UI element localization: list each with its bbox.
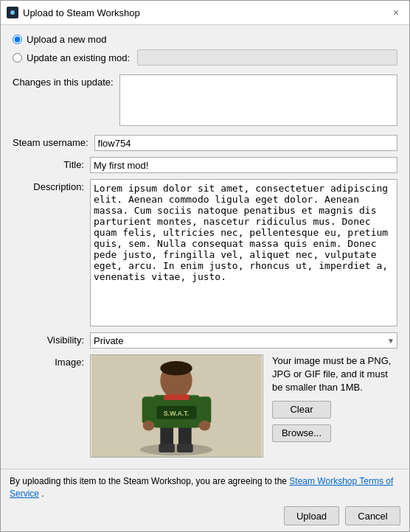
image-preview: S.W.A.T.: [90, 354, 263, 458]
changes-textarea[interactable]: [119, 74, 397, 126]
image-section: S.W.A.T.: [90, 354, 397, 458]
svg-point-3: [140, 444, 213, 455]
visibility-row: Visibility: Private Public Friends Only …: [13, 332, 397, 349]
footer-buttons: Upload Cancel: [10, 506, 400, 525]
footer-text: By uploading this item to the Steam Work…: [10, 475, 400, 500]
svg-rect-11: [142, 396, 156, 424]
svg-text:S.W.A.T.: S.W.A.T.: [164, 410, 189, 417]
svg-point-14: [199, 421, 211, 431]
new-mod-row: Upload a new mod: [13, 34, 397, 45]
preview-image: S.W.A.T.: [91, 355, 263, 457]
changes-row: Changes in this update:: [13, 74, 397, 126]
footer-suffix: .: [41, 489, 44, 499]
title-row: Title:: [13, 157, 397, 173]
svg-point-17: [160, 361, 192, 376]
image-label: Image:: [13, 354, 90, 368]
description-textarea[interactable]: Lorem ipsum dolor sit amet, consectetuer…: [90, 179, 397, 326]
existing-mod-label: Update an existing mod:: [27, 52, 130, 63]
footer: By uploading this item to the Steam Work…: [1, 469, 409, 531]
titlebar: Upload to Steam Workshop ×: [1, 1, 409, 25]
visibility-label: Visibility:: [13, 332, 90, 346]
svg-rect-18: [164, 394, 190, 400]
image-row: Image:: [13, 354, 397, 458]
existing-mod-row: Update an existing mod:: [13, 49, 397, 66]
svg-text:///: ///: [145, 415, 149, 419]
steam-icon: [7, 7, 18, 18]
new-mod-label: Upload a new mod: [27, 34, 106, 45]
footer-agreement-text: By uploading this item to the Steam Work…: [10, 476, 287, 486]
title-input[interactable]: [90, 157, 397, 173]
upload-dialog: Upload to Steam Workshop × Upload a new …: [0, 0, 410, 532]
close-button[interactable]: ×: [389, 5, 403, 20]
image-info: Your image must be a PNG, JPG or GIF fil…: [272, 354, 397, 458]
existing-mod-radio[interactable]: [13, 53, 22, 63]
username-input[interactable]: [94, 135, 397, 151]
description-label: Description:: [13, 179, 90, 192]
titlebar-left: Upload to Steam Workshop: [7, 7, 140, 18]
svg-rect-6: [159, 444, 175, 452]
svg-rect-7: [177, 444, 193, 452]
cancel-button[interactable]: Cancel: [345, 506, 400, 525]
new-mod-radio[interactable]: [13, 35, 22, 44]
title-label: Title:: [13, 157, 90, 170]
svg-point-13: [143, 421, 155, 431]
username-label: Steam username:: [13, 135, 94, 148]
dialog-content: Upload a new mod Update an existing mod:…: [1, 25, 409, 469]
visibility-wrapper: Private Public Friends Only Unlisted ▼: [90, 332, 397, 349]
visibility-select[interactable]: Private Public Friends Only Unlisted: [90, 332, 397, 349]
description-row: Description: Lorem ipsum dolor sit amet,…: [13, 179, 397, 326]
upload-options: Upload a new mod Update an existing mod:: [13, 34, 397, 66]
existing-mod-dropdown[interactable]: [137, 49, 397, 66]
clear-button[interactable]: Clear: [272, 401, 331, 419]
changes-label: Changes in this update:: [13, 74, 119, 88]
browse-button[interactable]: Browse...: [272, 424, 331, 442]
username-row: Steam username:: [13, 135, 397, 151]
svg-rect-12: [198, 396, 212, 424]
svg-point-1: [10, 10, 15, 15]
upload-button[interactable]: Upload: [284, 506, 339, 525]
image-requirements-text: Your image must be a PNG, JPG or GIF fil…: [272, 354, 397, 395]
dialog-title: Upload to Steam Workshop: [23, 7, 140, 18]
